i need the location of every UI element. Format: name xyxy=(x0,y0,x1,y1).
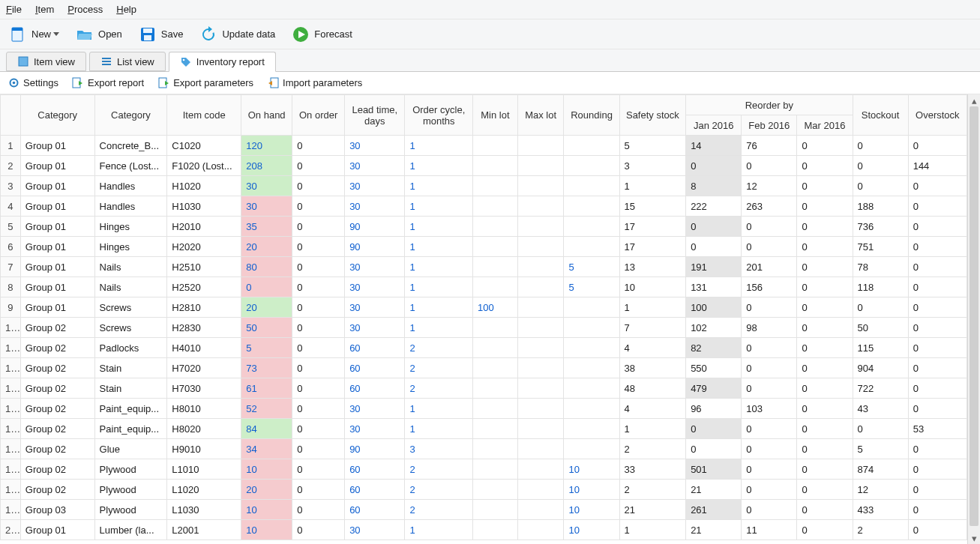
cell-max-lot[interactable] xyxy=(517,459,564,480)
cell-on-order[interactable]: 0 xyxy=(292,277,345,297)
cell-on-order[interactable]: 0 xyxy=(292,399,345,419)
cell-min-lot[interactable] xyxy=(473,378,518,399)
hdr-safety-stock[interactable]: Safety stock xyxy=(619,95,686,136)
cell-item-code[interactable]: H9010 xyxy=(167,439,241,459)
cell-reorder-jan[interactable]: 82 xyxy=(686,338,742,358)
cell-min-lot[interactable] xyxy=(473,358,518,378)
cell-max-lot[interactable] xyxy=(517,480,564,500)
cell-lead-time[interactable]: 30 xyxy=(345,318,405,338)
cell-order-cycle[interactable]: 1 xyxy=(405,217,473,237)
cell-min-lot[interactable]: 100 xyxy=(473,297,518,318)
cell-category2[interactable]: Hinges xyxy=(94,217,167,237)
table-row[interactable]: 8Group 01NailsH25200030151013115601180 xyxy=(1,277,967,297)
cell-overstock[interactable]: 0 xyxy=(908,520,967,540)
cell-category2[interactable]: Stain xyxy=(94,358,167,378)
table-row[interactable]: 15Group 02Paint_equip...H802084030110000… xyxy=(1,419,967,439)
cell-on-order[interactable]: 0 xyxy=(292,378,345,399)
cell-category2[interactable]: Hinges xyxy=(94,237,167,257)
cell-safety-stock[interactable]: 1 xyxy=(619,520,686,540)
cell-order-cycle[interactable]: 2 xyxy=(405,338,473,358)
cell-category2[interactable]: Paint_equip... xyxy=(94,399,167,419)
cell-safety-stock[interactable]: 2 xyxy=(619,439,686,459)
cell-overstock[interactable]: 0 xyxy=(908,196,967,217)
cell-rounding[interactable] xyxy=(564,156,619,176)
cell-reorder-jan[interactable]: 14 xyxy=(686,136,742,156)
cell-reorder-jan[interactable]: 0 xyxy=(686,156,742,176)
cell-on-hand[interactable]: 50 xyxy=(241,318,292,338)
cell-stockout[interactable]: 0 xyxy=(853,176,908,196)
cell-safety-stock[interactable]: 48 xyxy=(619,378,686,399)
cell-reorder-feb[interactable]: 0 xyxy=(742,378,797,399)
cell-reorder-jan[interactable]: 21 xyxy=(686,520,742,540)
cell-safety-stock[interactable]: 13 xyxy=(619,257,686,277)
update-data-button[interactable]: Update data xyxy=(196,23,278,46)
cell-safety-stock[interactable]: 2 xyxy=(619,480,686,500)
cell-order-cycle[interactable]: 1 xyxy=(405,277,473,297)
cell-category1[interactable]: Group 01 xyxy=(20,217,94,237)
cell-reorder-jan[interactable]: 501 xyxy=(686,459,742,480)
cell-category1[interactable]: Group 01 xyxy=(20,297,94,318)
cell-order-cycle[interactable]: 1 xyxy=(405,419,473,439)
cell-item-code[interactable]: H1020 xyxy=(167,176,241,196)
cell-reorder-feb[interactable]: 0 xyxy=(742,358,797,378)
tab-inventory-report[interactable]: Inventory report xyxy=(169,52,276,72)
cell-category1[interactable]: Group 01 xyxy=(20,156,94,176)
table-row[interactable]: 14Group 02Paint_equip...H801052030149610… xyxy=(1,399,967,419)
cell-reorder-mar[interactable]: 0 xyxy=(797,257,853,277)
cell-on-hand[interactable]: 73 xyxy=(241,358,292,378)
cell-category2[interactable]: Screws xyxy=(94,297,167,318)
cell-reorder-jan[interactable]: 100 xyxy=(686,297,742,318)
cell-safety-stock[interactable]: 4 xyxy=(619,399,686,419)
table-row[interactable]: 2Group 01Fence (Lost...F1020 (Lost...208… xyxy=(1,156,967,176)
cell-max-lot[interactable] xyxy=(517,136,564,156)
cell-stockout[interactable]: 433 xyxy=(853,500,908,520)
vertical-scrollbar[interactable]: ▴ ▾ xyxy=(967,94,980,544)
cell-on-hand[interactable]: 30 xyxy=(241,196,292,217)
hdr-lead-time[interactable]: Lead time, days xyxy=(345,95,405,136)
cell-on-hand[interactable]: 52 xyxy=(241,399,292,419)
hdr-category1[interactable]: Category xyxy=(20,95,94,136)
cell-reorder-mar[interactable]: 0 xyxy=(797,358,853,378)
cell-category1[interactable]: Group 02 xyxy=(20,439,94,459)
cell-reorder-mar[interactable]: 0 xyxy=(797,176,853,196)
hdr-jan[interactable]: Jan 2016 xyxy=(686,115,742,136)
hdr-max-lot[interactable]: Max lot xyxy=(517,95,564,136)
cell-category2[interactable]: Lumber (la... xyxy=(94,520,167,540)
cell-category1[interactable]: Group 02 xyxy=(20,419,94,439)
hdr-stockout[interactable]: Stockout xyxy=(853,95,908,136)
open-button[interactable]: Open xyxy=(73,23,125,46)
cell-on-hand[interactable]: 80 xyxy=(241,257,292,277)
cell-min-lot[interactable] xyxy=(473,257,518,277)
cell-reorder-feb[interactable]: 201 xyxy=(742,257,797,277)
cell-max-lot[interactable] xyxy=(517,297,564,318)
table-row[interactable]: 12Group 02StainH702073060238550009040 xyxy=(1,358,967,378)
cell-on-order[interactable]: 0 xyxy=(292,358,345,378)
cell-lead-time[interactable]: 60 xyxy=(345,459,405,480)
cell-category2[interactable]: Stain xyxy=(94,378,167,399)
cell-order-cycle[interactable]: 2 xyxy=(405,378,473,399)
cell-reorder-jan[interactable]: 550 xyxy=(686,358,742,378)
cell-item-code[interactable]: H2810 xyxy=(167,297,241,318)
cell-min-lot[interactable] xyxy=(473,176,518,196)
cell-max-lot[interactable] xyxy=(517,257,564,277)
cell-reorder-mar[interactable]: 0 xyxy=(797,399,853,419)
cell-reorder-feb[interactable]: 0 xyxy=(742,480,797,500)
hdr-mar[interactable]: Mar 2016 xyxy=(797,115,853,136)
cell-on-order[interactable]: 0 xyxy=(292,196,345,217)
cell-order-cycle[interactable]: 3 xyxy=(405,439,473,459)
cell-lead-time[interactable]: 30 xyxy=(345,297,405,318)
cell-min-lot[interactable] xyxy=(473,196,518,217)
cell-on-order[interactable]: 0 xyxy=(292,237,345,257)
cell-on-order[interactable]: 0 xyxy=(292,459,345,480)
import-parameters-button[interactable]: Import parameters xyxy=(267,77,362,89)
cell-reorder-mar[interactable]: 0 xyxy=(797,338,853,358)
cell-lead-time[interactable]: 30 xyxy=(345,136,405,156)
cell-category1[interactable]: Group 02 xyxy=(20,459,94,480)
cell-reorder-feb[interactable]: 0 xyxy=(742,500,797,520)
cell-reorder-feb[interactable]: 0 xyxy=(742,237,797,257)
table-row[interactable]: 1Group 01Concrete_B...C10201200301514760… xyxy=(1,136,967,156)
table-row[interactable]: 6Group 01HingesH2020200901170007510 xyxy=(1,237,967,257)
cell-category2[interactable]: Nails xyxy=(94,277,167,297)
save-button[interactable]: Save xyxy=(136,23,187,46)
cell-reorder-feb[interactable]: 0 xyxy=(742,297,797,318)
